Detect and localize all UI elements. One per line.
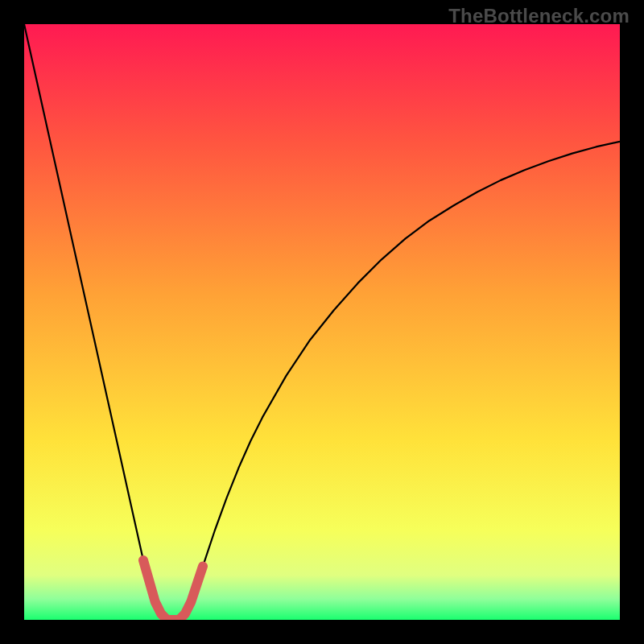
plot-area [24, 24, 620, 620]
watermark-text: TheBottleneck.com [448, 5, 630, 27]
chart-frame: TheBottleneck.com [0, 0, 644, 644]
gradient-background [24, 24, 620, 620]
bottleneck-chart [24, 24, 620, 620]
